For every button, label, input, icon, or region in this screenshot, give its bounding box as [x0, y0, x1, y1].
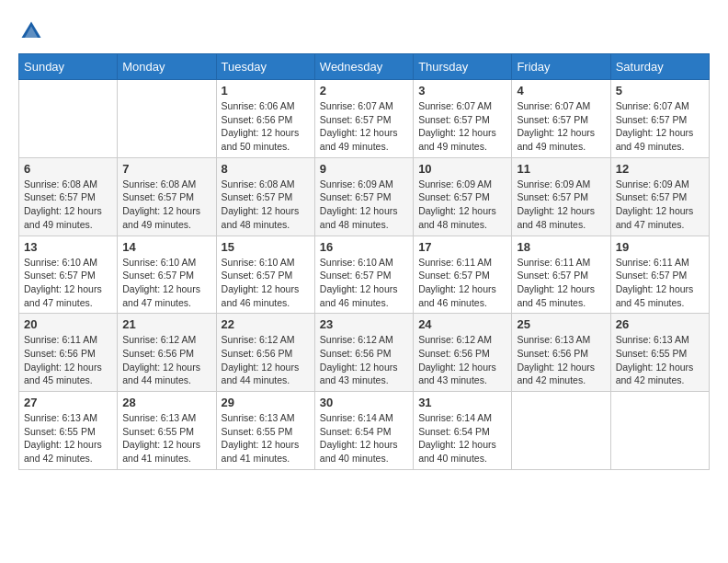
day-number: 8 [222, 162, 310, 176]
calendar-cell: 16Sunrise: 6:10 AM Sunset: 6:57 PM Dayli… [314, 236, 413, 314]
day-number: 18 [517, 240, 605, 254]
weekday-header-thursday: Thursday [414, 54, 512, 80]
weekday-header-sunday: Sunday [19, 54, 118, 80]
day-info: Sunrise: 6:11 AM Sunset: 6:57 PM Dayligh… [418, 256, 506, 310]
day-number: 26 [616, 317, 704, 331]
calendar-cell: 12Sunrise: 6:09 AM Sunset: 6:57 PM Dayli… [610, 157, 709, 236]
day-number: 7 [122, 162, 210, 176]
calendar-cell: 3Sunrise: 6:07 AM Sunset: 6:57 PM Daylig… [414, 80, 512, 158]
calendar-week-row: 20Sunrise: 6:11 AM Sunset: 6:56 PM Dayli… [19, 314, 710, 392]
day-info: Sunrise: 6:09 AM Sunset: 6:57 PM Dayligh… [320, 178, 408, 232]
calendar-table: SundayMondayTuesdayWednesdayThursdayFrid… [18, 53, 710, 470]
calendar-week-row: 27Sunrise: 6:13 AM Sunset: 6:55 PM Dayli… [19, 392, 710, 470]
day-info: Sunrise: 6:11 AM Sunset: 6:57 PM Dayligh… [517, 256, 605, 310]
calendar-cell: 23Sunrise: 6:12 AM Sunset: 6:56 PM Dayli… [314, 314, 413, 392]
day-number: 4 [517, 84, 605, 98]
day-info: Sunrise: 6:11 AM Sunset: 6:57 PM Dayligh… [616, 256, 704, 310]
day-number: 12 [616, 162, 704, 176]
day-info: Sunrise: 6:12 AM Sunset: 6:56 PM Dayligh… [320, 333, 408, 387]
day-info: Sunrise: 6:09 AM Sunset: 6:57 PM Dayligh… [616, 178, 704, 232]
calendar-cell: 11Sunrise: 6:09 AM Sunset: 6:57 PM Dayli… [512, 157, 610, 236]
day-number: 22 [222, 317, 310, 331]
day-info: Sunrise: 6:11 AM Sunset: 6:56 PM Dayligh… [24, 333, 112, 387]
day-number: 31 [418, 396, 506, 409]
day-number: 23 [320, 317, 408, 331]
calendar-cell: 7Sunrise: 6:08 AM Sunset: 6:57 PM Daylig… [118, 157, 216, 236]
day-info: Sunrise: 6:07 AM Sunset: 6:57 PM Dayligh… [616, 99, 704, 154]
day-info: Sunrise: 6:12 AM Sunset: 6:56 PM Dayligh… [122, 333, 210, 387]
weekday-header-row: SundayMondayTuesdayWednesdayThursdayFrid… [19, 54, 710, 80]
calendar-cell: 6Sunrise: 6:08 AM Sunset: 6:57 PM Daylig… [19, 157, 118, 236]
calendar-week-row: 13Sunrise: 6:10 AM Sunset: 6:57 PM Dayli… [19, 236, 710, 314]
calendar-cell: 9Sunrise: 6:09 AM Sunset: 6:57 PM Daylig… [314, 157, 413, 236]
calendar-cell [118, 80, 216, 158]
day-info: Sunrise: 6:08 AM Sunset: 6:57 PM Dayligh… [122, 178, 210, 232]
calendar-cell: 1Sunrise: 6:06 AM Sunset: 6:56 PM Daylig… [216, 80, 314, 158]
weekday-header-wednesday: Wednesday [314, 54, 413, 80]
logo [18, 18, 48, 44]
calendar-header: SundayMondayTuesdayWednesdayThursdayFrid… [19, 54, 710, 80]
day-number: 10 [418, 162, 506, 176]
calendar-body: 1Sunrise: 6:06 AM Sunset: 6:56 PM Daylig… [19, 80, 710, 470]
calendar-cell: 17Sunrise: 6:11 AM Sunset: 6:57 PM Dayli… [414, 236, 512, 314]
weekday-header-monday: Monday [118, 54, 216, 80]
day-number: 9 [320, 162, 408, 176]
calendar-week-row: 1Sunrise: 6:06 AM Sunset: 6:56 PM Daylig… [19, 80, 710, 158]
calendar-cell: 19Sunrise: 6:11 AM Sunset: 6:57 PM Dayli… [610, 236, 709, 314]
day-number: 24 [418, 317, 506, 331]
day-number: 16 [320, 240, 408, 254]
calendar-cell: 24Sunrise: 6:12 AM Sunset: 6:56 PM Dayli… [414, 314, 512, 392]
day-info: Sunrise: 6:09 AM Sunset: 6:57 PM Dayligh… [418, 178, 506, 232]
calendar-cell: 14Sunrise: 6:10 AM Sunset: 6:57 PM Dayli… [118, 236, 216, 314]
day-number: 14 [122, 240, 210, 254]
logo-icon [18, 18, 44, 44]
day-number: 25 [517, 317, 605, 331]
calendar-cell: 26Sunrise: 6:13 AM Sunset: 6:55 PM Dayli… [610, 314, 709, 392]
day-number: 21 [122, 317, 210, 331]
day-number: 29 [222, 396, 310, 409]
calendar-cell [610, 392, 709, 470]
day-info: Sunrise: 6:12 AM Sunset: 6:56 PM Dayligh… [418, 333, 506, 387]
calendar-cell: 8Sunrise: 6:08 AM Sunset: 6:57 PM Daylig… [216, 157, 314, 236]
day-info: Sunrise: 6:13 AM Sunset: 6:55 PM Dayligh… [616, 333, 704, 387]
day-info: Sunrise: 6:10 AM Sunset: 6:57 PM Dayligh… [222, 256, 310, 310]
page-header [18, 18, 710, 44]
day-info: Sunrise: 6:10 AM Sunset: 6:57 PM Dayligh… [320, 256, 408, 310]
day-number: 17 [418, 240, 506, 254]
day-info: Sunrise: 6:13 AM Sunset: 6:56 PM Dayligh… [517, 333, 605, 387]
day-number: 3 [418, 84, 506, 98]
calendar-week-row: 6Sunrise: 6:08 AM Sunset: 6:57 PM Daylig… [19, 157, 710, 236]
calendar-cell: 10Sunrise: 6:09 AM Sunset: 6:57 PM Dayli… [414, 157, 512, 236]
calendar-cell: 27Sunrise: 6:13 AM Sunset: 6:55 PM Dayli… [19, 392, 118, 470]
calendar-cell [512, 392, 610, 470]
day-number: 11 [517, 162, 605, 176]
calendar-cell: 15Sunrise: 6:10 AM Sunset: 6:57 PM Dayli… [216, 236, 314, 314]
calendar-cell: 25Sunrise: 6:13 AM Sunset: 6:56 PM Dayli… [512, 314, 610, 392]
weekday-header-friday: Friday [512, 54, 610, 80]
day-info: Sunrise: 6:10 AM Sunset: 6:57 PM Dayligh… [24, 256, 112, 310]
calendar-cell: 5Sunrise: 6:07 AM Sunset: 6:57 PM Daylig… [610, 80, 709, 158]
calendar-cell [19, 80, 118, 158]
calendar-cell: 30Sunrise: 6:14 AM Sunset: 6:54 PM Dayli… [314, 392, 413, 470]
calendar-cell: 20Sunrise: 6:11 AM Sunset: 6:56 PM Dayli… [19, 314, 118, 392]
day-number: 13 [24, 240, 112, 254]
day-info: Sunrise: 6:07 AM Sunset: 6:57 PM Dayligh… [517, 99, 605, 154]
calendar-cell: 2Sunrise: 6:07 AM Sunset: 6:57 PM Daylig… [314, 80, 413, 158]
day-info: Sunrise: 6:14 AM Sunset: 6:54 PM Dayligh… [418, 411, 506, 465]
calendar-cell: 22Sunrise: 6:12 AM Sunset: 6:56 PM Dayli… [216, 314, 314, 392]
calendar-cell: 13Sunrise: 6:10 AM Sunset: 6:57 PM Dayli… [19, 236, 118, 314]
calendar-cell: 4Sunrise: 6:07 AM Sunset: 6:57 PM Daylig… [512, 80, 610, 158]
day-number: 6 [24, 162, 112, 176]
day-number: 1 [222, 84, 310, 98]
day-number: 19 [616, 240, 704, 254]
day-number: 20 [24, 317, 112, 331]
day-number: 15 [222, 240, 310, 254]
weekday-header-saturday: Saturday [610, 54, 709, 80]
calendar-cell: 28Sunrise: 6:13 AM Sunset: 6:55 PM Dayli… [118, 392, 216, 470]
day-info: Sunrise: 6:07 AM Sunset: 6:57 PM Dayligh… [418, 99, 506, 154]
day-info: Sunrise: 6:10 AM Sunset: 6:57 PM Dayligh… [122, 256, 210, 310]
day-info: Sunrise: 6:12 AM Sunset: 6:56 PM Dayligh… [222, 333, 310, 387]
day-info: Sunrise: 6:07 AM Sunset: 6:57 PM Dayligh… [320, 99, 408, 154]
day-info: Sunrise: 6:13 AM Sunset: 6:55 PM Dayligh… [222, 411, 310, 465]
day-number: 28 [122, 396, 210, 409]
